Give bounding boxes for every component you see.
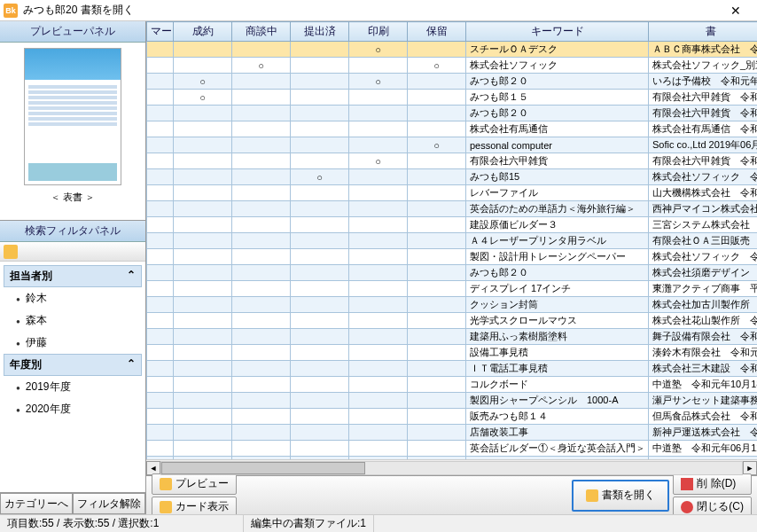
flag-cell[interactable] [147,249,174,265]
column-header[interactable]: キーワード [466,22,649,42]
flag-cell[interactable] [349,393,408,409]
customer-cell[interactable]: 東灘アクティブ商事 平成 [649,281,758,297]
customer-cell[interactable]: 株式会社須磨デザイン 平 [649,265,758,281]
delete-button[interactable]: 削 除(D) [673,473,752,495]
customer-cell[interactable]: 三宮システム株式会社 令 [649,217,758,233]
flag-cell[interactable] [291,233,349,249]
table-row[interactable]: 店舗改装工事新神戸運送株式会社 令和 [147,425,758,441]
flag-cell[interactable] [291,90,349,106]
flag-cell[interactable] [349,58,408,74]
flag-cell[interactable] [408,313,466,329]
column-header[interactable]: 保留 [408,22,466,42]
customer-cell[interactable]: Sofic co.,Ltd 2019年06月 [649,137,758,153]
keyword-cell[interactable]: クッション封筒 [466,297,649,313]
flag-cell[interactable] [291,457,349,460]
flag-cell[interactable] [291,425,349,441]
flag-cell[interactable] [232,441,291,457]
flag-cell[interactable] [174,377,232,393]
flag-cell[interactable] [408,329,466,345]
keyword-cell[interactable]: 株式会社有馬通信 [466,121,649,137]
flag-cell[interactable] [174,409,232,425]
keyword-cell[interactable]: 販売みつも郎１４ [466,409,649,425]
keyword-cell[interactable]: みつも郎２０ [466,74,649,90]
table-row[interactable]: 英会話ビルダー①＜身近な英会話入門＞中道塾 令和元年06月12日 [147,441,758,457]
flag-cell[interactable] [408,185,466,201]
customer-cell[interactable]: 株式会社花山製作所 令和 [649,313,758,329]
preview-nav[interactable]: ＜ 表書 ＞ [51,191,95,204]
flag-cell[interactable]: ○ [349,153,408,169]
flag-cell[interactable] [174,58,232,74]
customer-cell[interactable]: 中道塾 令和元年06月12日 [649,441,758,457]
customer-cell[interactable]: いろは予備校 令和元年11 [649,457,758,460]
filter-item[interactable]: 2019年度 [4,376,142,398]
flag-cell[interactable] [147,153,174,169]
customer-cell[interactable]: 株式会社三木建設 令和元 [649,361,758,377]
table-row[interactable]: 販売みつも郎１４但馬食品株式会社 令和元 [147,409,758,425]
customer-cell[interactable]: ＡＢＣ商事株式会社 令和 [649,42,758,58]
customer-cell[interactable]: 有限会社ＯＡ三田販売 令 [649,233,758,249]
document-thumbnail[interactable] [24,48,121,185]
flag-cell[interactable] [291,313,349,329]
table-row[interactable]: 建設原価ビルダー３三宮システム株式会社 令 [147,217,758,233]
table-row[interactable]: 製図・設計用トレーシングペーパー株式会社ソフィック 令和 [147,249,758,265]
flag-cell[interactable] [349,409,408,425]
flag-cell[interactable] [408,74,466,90]
flag-cell[interactable]: ○ [291,169,349,185]
flag-cell[interactable] [147,74,174,90]
keyword-cell[interactable]: 英会話のための単語力＜海外旅行編＞ [466,201,649,217]
keyword-cell[interactable]: スチールＯＡデスク [466,42,649,58]
flag-cell[interactable] [291,74,349,90]
flag-cell[interactable] [232,281,291,297]
filter-item[interactable]: 伊藤 [4,332,142,354]
keyword-cell[interactable]: 建設原価ビルダー３ [466,217,649,233]
keyword-cell[interactable]: 光学式スクロールマウス [466,313,649,329]
flag-cell[interactable] [174,217,232,233]
flag-cell[interactable] [349,169,408,185]
flag-cell[interactable] [147,233,174,249]
flag-cell[interactable] [291,137,349,153]
flag-cell[interactable] [408,153,466,169]
flag-cell[interactable] [291,361,349,377]
flag-cell[interactable] [408,169,466,185]
flag-cell[interactable] [408,425,466,441]
table-row[interactable]: ○みつも郎１５有限会社六甲雑貨 令和元 [147,90,758,106]
flag-cell[interactable] [232,329,291,345]
flag-cell[interactable] [291,106,349,121]
customer-cell[interactable]: 中道塾 令和元年10月18日 [649,377,758,393]
keyword-cell[interactable]: 製図用シャープペンシル 1000-A [466,393,649,409]
flag-cell[interactable] [408,90,466,106]
column-header[interactable]: 印刷 [349,22,408,42]
keyword-cell[interactable]: みつも郎２０ [466,265,649,281]
customer-cell[interactable]: 有限会社六甲雑貨 令和元 [649,153,758,169]
customer-cell[interactable]: 株式会社ソフィック 令和 [649,169,758,185]
customer-cell[interactable]: 舞子設備有限会社 令和元 [649,329,758,345]
flag-cell[interactable] [174,106,232,121]
flag-cell[interactable] [408,42,466,58]
flag-cell[interactable] [408,121,466,137]
customer-cell[interactable]: 株式会社ソフィック_別途 [649,58,758,74]
table-row[interactable]: ○pessonal computerSofic co.,Ltd 2019年06月 [147,137,758,153]
flag-cell[interactable] [349,345,408,361]
keyword-cell[interactable]: 店舗改装工事 [466,425,649,441]
flag-cell[interactable] [174,265,232,281]
flag-cell[interactable] [147,201,174,217]
table-row[interactable]: ディスプレイ 17インチ東灘アクティブ商事 平成 [147,281,758,297]
flag-cell[interactable] [232,265,291,281]
flag-cell[interactable] [232,217,291,233]
table-row[interactable]: 光学式スクロールマウス株式会社花山製作所 令和 [147,313,758,329]
filter-item[interactable]: 2020年度 [4,398,142,420]
flag-cell[interactable] [291,393,349,409]
flag-cell[interactable] [174,137,232,153]
flag-cell[interactable] [291,329,349,345]
flag-cell[interactable] [232,42,291,58]
flag-cell[interactable] [174,121,232,137]
flag-cell[interactable] [349,217,408,233]
table-row[interactable]: コルクボード中道塾 令和元年10月18日 [147,377,758,393]
customer-cell[interactable]: 但馬食品株式会社 令和元 [649,409,758,425]
flag-cell[interactable] [147,90,174,106]
table-row[interactable]: 株式会社有馬通信株式会社有馬通信 令和元 [147,121,758,137]
flag-cell[interactable] [291,185,349,201]
keyword-cell[interactable]: コルクボード [466,377,649,393]
flag-cell[interactable] [408,297,466,313]
keyword-cell[interactable]: みつも郎２０ [466,106,649,121]
